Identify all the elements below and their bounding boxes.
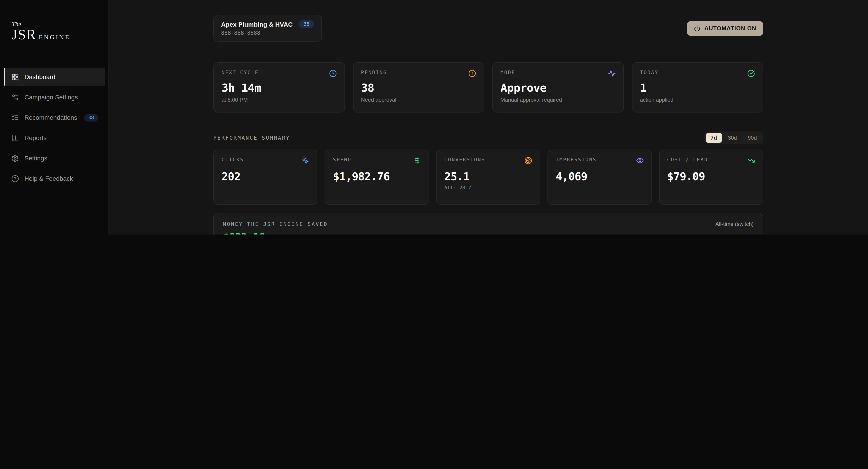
stat-label: TODAY [640, 70, 658, 75]
stat-card-next-cycle: NEXT CYCLE 3h 14m at 8:00 PM [213, 62, 345, 112]
metric-card-spend: SPEND $1,982.76 [325, 149, 429, 205]
sidebar-nav: Dashboard Campaign Settings Recommendati… [0, 68, 108, 188]
sidebar-item-reports[interactable]: Reports [4, 129, 105, 147]
sidebar-item-dashboard[interactable]: Dashboard [4, 68, 105, 86]
metric-card-clicks: CLICKS 202 [213, 149, 318, 205]
stat-card-pending: PENDING 38 Need approval [353, 62, 484, 112]
metric-value: 25.1 [444, 170, 532, 183]
range-30d-button[interactable]: 30d [723, 133, 742, 143]
main-content: Apex Plumbing & HVAC 38 888-888-8888 AUT… [108, 0, 868, 234]
recommendations-count-badge: 38 [84, 114, 98, 121]
automation-on-label: AUTOMATION ON [704, 25, 756, 31]
performance-metrics-row: CLICKS 202 SPEND $1,982.76 CONVERSIONS [213, 149, 763, 205]
mouse-pointer-click-icon [302, 157, 309, 164]
stat-label: MODE [500, 70, 515, 75]
help-circle-icon [11, 175, 19, 182]
alert-circle-icon [468, 70, 476, 77]
eye-icon [636, 157, 644, 164]
check-circle-icon [747, 70, 755, 77]
page-header: Apex Plumbing & HVAC 38 888-888-8888 AUT… [213, 15, 763, 41]
stat-value: 3h 14m [221, 81, 337, 94]
stat-label: PENDING [361, 70, 387, 75]
sidebar-item-label: Reports [24, 134, 46, 141]
stat-value: 1 [640, 81, 755, 94]
trending-down-icon [747, 157, 755, 164]
savings-title: MONEY THE JSR ENGINE SAVED [223, 221, 328, 227]
sidebar-item-label: Dashboard [24, 73, 55, 80]
sidebar-item-help-feedback[interactable]: Help & Feedback [4, 169, 105, 188]
metric-value: $79.09 [667, 170, 755, 183]
savings-value: $832.19 [223, 231, 754, 234]
sidebar-item-label: Settings [24, 155, 47, 162]
savings-range-link[interactable]: All-time (switch) [715, 221, 754, 227]
power-icon [694, 25, 700, 31]
account-name: Apex Plumbing & HVAC [221, 21, 293, 28]
sidebar-item-campaign-settings[interactable]: Campaign Settings [4, 88, 105, 106]
dashboard-grid-icon [11, 73, 19, 81]
range-7d-button[interactable]: 7d [706, 133, 722, 143]
dollar-icon [413, 157, 421, 164]
dashboard-page: The JSR ENGINE Dashboard Campaign Settin… [0, 0, 868, 234]
metric-sub: All: 28.7 [444, 185, 532, 191]
metric-label: CLICKS [221, 157, 244, 163]
list-checks-icon [11, 114, 19, 121]
gear-icon [11, 154, 19, 162]
stat-value: Approve [500, 81, 616, 94]
metric-label: CONVERSIONS [444, 157, 485, 163]
metric-value: $1,982.76 [333, 170, 421, 183]
brand-suffix: ENGINE [39, 34, 70, 41]
stat-sub: action applied [640, 97, 755, 103]
target-icon [524, 157, 532, 164]
metric-card-impressions: IMPRESSIONS 4,069 [548, 149, 652, 205]
bar-chart-icon [11, 134, 19, 142]
clock-icon [329, 70, 337, 77]
sliders-icon [11, 93, 19, 101]
metric-label: SPEND [333, 157, 351, 163]
account-phone: 888-888-8888 [221, 30, 314, 36]
stat-card-today: TODAY 1 action applied [632, 62, 763, 112]
metric-card-cost-per-lead: COST / LEAD $79.09 [659, 149, 763, 205]
performance-section-header: PERFORMANCE SUMMARY 7d 30d 90d [213, 132, 763, 143]
metric-label: IMPRESSIONS [556, 157, 596, 163]
stat-label: NEXT CYCLE [221, 70, 258, 75]
metric-label: COST / LEAD [667, 157, 708, 163]
stat-value: 38 [361, 81, 476, 94]
metric-value: 4,069 [556, 170, 644, 183]
sidebar-item-label: Help & Feedback [24, 175, 73, 182]
status-stats-row: NEXT CYCLE 3h 14m at 8:00 PM PENDING 38 … [213, 62, 763, 112]
sidebar-item-recommendations[interactable]: Recommendations 38 [4, 108, 105, 127]
metric-value: 202 [221, 170, 309, 183]
sidebar-item-settings[interactable]: Settings [4, 149, 105, 167]
stat-sub: Manual approval required [500, 97, 616, 103]
automation-on-button[interactable]: AUTOMATION ON [687, 21, 763, 35]
stat-sub: at 8:00 PM [221, 97, 337, 103]
range-toggle: 7d 30d 90d [704, 132, 763, 144]
stat-sub: Need approval [361, 97, 476, 103]
range-90d-button[interactable]: 90d [743, 133, 762, 143]
brand-name: JSR [12, 27, 36, 42]
brand-logo: The JSR ENGINE [0, 0, 108, 42]
account-card[interactable]: Apex Plumbing & HVAC 38 888-888-8888 [213, 15, 322, 41]
metric-card-conversions: CONVERSIONS 25.1 All: 28.7 [436, 149, 540, 205]
sidebar-item-label: Recommendations [24, 114, 77, 121]
stat-card-mode: MODE Approve Manual approval required [492, 62, 624, 112]
sidebar: The JSR ENGINE Dashboard Campaign Settin… [0, 0, 108, 234]
activity-icon [608, 70, 616, 77]
savings-card: MONEY THE JSR ENGINE SAVED All-time (swi… [213, 213, 763, 234]
performance-title: PERFORMANCE SUMMARY [213, 135, 290, 141]
sidebar-item-label: Campaign Settings [24, 94, 78, 101]
account-pending-badge: 38 [299, 20, 314, 28]
